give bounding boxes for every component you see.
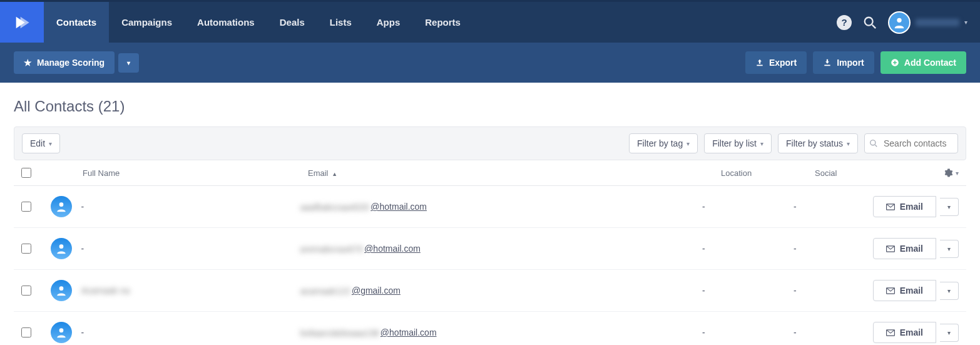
contact-avatar-icon[interactable] [51, 322, 72, 343]
download-icon [823, 58, 832, 67]
email-prefix-blurred: acamaak122 [300, 286, 350, 295]
contact-avatar-icon[interactable] [51, 238, 72, 259]
search-contacts-wrap [864, 133, 958, 153]
sort-asc-icon: ▲ [332, 171, 337, 177]
contact-email[interactable]: acamaak122@gmail.com [300, 286, 702, 296]
edit-button[interactable]: Edit ▾ [22, 133, 60, 153]
search-icon [869, 139, 878, 148]
filter-by-tag-button[interactable]: Filter by tag ▾ [629, 133, 698, 153]
column-email[interactable]: Email ▲ [308, 168, 721, 178]
main-nav: Contacts Campaigns Automations Deals Lis… [44, 2, 473, 43]
email-prefix-blurred: bxligarcda5eaaa138 [300, 328, 379, 337]
export-button[interactable]: Export [745, 51, 807, 74]
envelope-icon [886, 203, 895, 210]
email-contact-dropdown[interactable]: ▾ [940, 198, 959, 216]
import-button[interactable]: Import [813, 51, 874, 74]
email-prefix-blurred: aaafbakccaa4020 [300, 202, 370, 211]
table-header: Full Name Email ▲ Location Social ▾ [14, 160, 966, 186]
row-checkbox[interactable] [21, 244, 31, 254]
contact-avatar-icon[interactable] [51, 196, 72, 217]
email-domain: @hotmail.com [364, 244, 421, 254]
column-full-name[interactable]: Full Name [83, 168, 308, 178]
page-content: All Contacts (21) Edit ▾ Filter by tag ▾… [0, 83, 980, 345]
email-button-label: Email [900, 202, 923, 212]
contact-social: - [794, 202, 873, 212]
email-contact-button[interactable]: Email [873, 280, 936, 301]
search-contacts-input[interactable] [864, 133, 958, 153]
nav-contacts[interactable]: Contacts [44, 2, 109, 43]
contact-name[interactable]: Acamaak na [81, 286, 130, 294]
column-location[interactable]: Location [721, 168, 815, 178]
column-email-label: Email [308, 168, 329, 178]
export-label: Export [769, 58, 797, 68]
contact-email[interactable]: aaafbakccaa4020@hotmail.com [300, 202, 702, 212]
nav-automations[interactable]: Automations [185, 2, 267, 43]
row-checkbox[interactable] [21, 286, 31, 296]
contact-social: - [794, 244, 873, 254]
table-row: - aaafbakccaa4020@hotmail.com - - Email … [14, 186, 966, 228]
user-menu[interactable]: ▾ [888, 11, 967, 34]
contact-name[interactable]: - [81, 327, 84, 337]
contact-social: - [794, 327, 873, 337]
chevron-down-icon: ▾ [947, 329, 951, 336]
import-label: Import [837, 58, 864, 68]
manage-scoring-dropdown[interactable]: ▾ [118, 53, 139, 73]
email-domain: @hotmail.com [380, 327, 437, 337]
table-row: Acamaak na acamaak122@gmail.com - - Emai… [14, 270, 966, 312]
svg-line-7 [875, 145, 877, 147]
list-toolbar: Edit ▾ Filter by tag ▾ Filter by list ▾ … [14, 126, 966, 160]
contact-location: - [702, 327, 794, 337]
envelope-icon [886, 329, 895, 336]
row-checkbox[interactable] [21, 202, 31, 212]
email-domain: @hotmail.com [370, 202, 427, 212]
row-checkbox[interactable] [21, 327, 31, 337]
svg-point-8 [59, 202, 63, 207]
email-contact-dropdown[interactable]: ▾ [940, 324, 959, 342]
email-contact-dropdown[interactable]: ▾ [940, 240, 959, 258]
nav-apps[interactable]: Apps [364, 2, 413, 43]
column-settings-button[interactable]: ▾ [944, 168, 959, 177]
email-button-label: Email [900, 244, 923, 254]
email-button-label: Email [900, 286, 923, 296]
search-icon[interactable] [863, 16, 877, 29]
svg-point-12 [59, 286, 63, 291]
envelope-icon [886, 287, 895, 294]
chevron-down-icon: ▾ [687, 140, 690, 147]
filter-by-list-button[interactable]: Filter by list ▾ [704, 133, 772, 153]
help-icon[interactable]: ? [837, 15, 852, 30]
contact-location: - [702, 286, 794, 296]
email-contact-button[interactable]: Email [873, 238, 936, 259]
manage-scoring-button[interactable]: ★ Manage Scoring [14, 51, 115, 74]
filter-by-status-button[interactable]: Filter by status ▾ [778, 133, 858, 153]
email-contact-button[interactable]: Email [873, 322, 936, 343]
contact-name[interactable]: - [81, 202, 84, 212]
nav-reports[interactable]: Reports [412, 2, 473, 43]
contact-avatar-icon[interactable] [51, 280, 72, 301]
chevron-down-icon: ▾ [964, 19, 967, 26]
email-contact-dropdown[interactable]: ▾ [940, 282, 959, 300]
add-contact-button[interactable]: Add Contact [880, 51, 966, 74]
contact-email[interactable]: bxligarcda5eaaa138@hotmail.com [300, 327, 702, 337]
contact-social: - [794, 286, 873, 296]
contact-name[interactable]: - [81, 244, 84, 254]
plus-circle-icon [891, 58, 899, 67]
user-name [916, 19, 959, 26]
filter-status-label: Filter by status [786, 138, 843, 148]
nav-lists[interactable]: Lists [317, 2, 364, 43]
page-title: All Contacts (21) [14, 98, 966, 115]
email-prefix-blurred: premabcnax670 [300, 244, 363, 253]
svg-point-2 [897, 18, 901, 22]
edit-label: Edit [30, 138, 45, 148]
svg-point-10 [59, 244, 63, 249]
email-contact-button[interactable]: Email [873, 196, 936, 217]
envelope-icon [886, 245, 895, 252]
app-logo[interactable] [0, 2, 44, 43]
select-all-checkbox[interactable] [21, 168, 31, 178]
table-row: - bxligarcda5eaaa138@hotmail.com - - Ema… [14, 312, 966, 345]
chevron-down-icon: ▾ [947, 287, 951, 294]
nav-deals[interactable]: Deals [267, 2, 317, 43]
table-body: - aaafbakccaa4020@hotmail.com - - Email … [14, 186, 966, 345]
contact-email[interactable]: premabcnax670@hotmail.com [300, 244, 702, 254]
nav-campaigns[interactable]: Campaigns [109, 2, 185, 43]
column-social[interactable]: Social [815, 168, 896, 178]
